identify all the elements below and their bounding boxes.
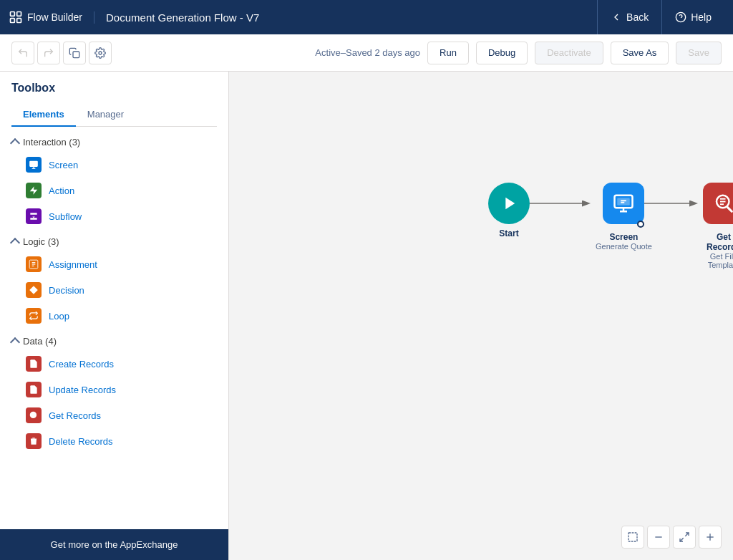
node-screen[interactable]: Screen Generate Quote [596, 183, 652, 251]
back-icon [611, 11, 622, 23]
undo-icon [17, 47, 29, 59]
deactivate-button[interactable]: Deactivate [535, 42, 603, 64]
save-as-button[interactable]: Save As [611, 42, 669, 64]
svg-marker-27 [505, 198, 515, 209]
sidebar-section-data-label: Data (4) [23, 336, 57, 347]
sidebar-item-decision[interactable]: Decision [0, 277, 228, 303]
sidebar-content: Interaction (3) Screen Action [0, 127, 228, 529]
update-records-icon [26, 382, 42, 397]
back-button[interactable]: Back [597, 0, 661, 34]
delete-records-icon [26, 433, 42, 449]
sidebar-item-decision-label: Decision [49, 285, 84, 296]
save-button[interactable]: Save [676, 42, 722, 64]
sidebar-footer[interactable]: Get more on the AppExchange [0, 529, 228, 560]
run-button[interactable]: Run [427, 42, 469, 64]
top-nav: Flow Builder Document Generation Flow - … [0, 0, 733, 34]
svg-rect-6 [73, 52, 79, 58]
settings-button[interactable] [89, 42, 112, 64]
svg-rect-2 [11, 19, 15, 23]
svg-point-19 [30, 412, 37, 418]
flow-builder-brand[interactable]: Flow Builder [9, 10, 82, 24]
sidebar-item-update-records[interactable]: Update Records [0, 377, 228, 402]
copy-button[interactable] [63, 42, 86, 64]
svg-rect-3 [17, 19, 21, 23]
svg-point-7 [99, 52, 102, 54]
svg-line-50 [680, 538, 684, 541]
sidebar-section-interaction: Interaction (3) Screen Action [0, 132, 228, 229]
create-records-icon [26, 356, 42, 372]
svg-line-20 [36, 417, 38, 420]
svg-rect-31 [618, 198, 631, 206]
sidebar-item-create-records[interactable]: Create Records [0, 351, 228, 377]
sidebar-item-screen-label: Screen [49, 160, 78, 170]
node-getrecords-label: Get Records [703, 232, 733, 252]
copy-icon [69, 47, 80, 59]
sidebar-item-screen[interactable]: Screen [0, 152, 228, 178]
screen-icon [26, 157, 42, 173]
tab-manager[interactable]: Manager [76, 103, 135, 127]
sidebar-tabs: Elements Manager [11, 103, 217, 127]
status-text: Active–Saved 2 days ago [315, 47, 420, 58]
sidebar-item-loop-label: Loop [49, 311, 69, 322]
toolbar: Active–Saved 2 days ago Run Debug Deacti… [0, 34, 733, 72]
getrecords-shape [703, 183, 733, 224]
sidebar-section-data-header[interactable]: Data (4) [0, 332, 228, 351]
sidebar-item-action[interactable]: Action [0, 178, 228, 203]
screen-shape [603, 183, 644, 224]
node-start-label: Start [499, 228, 518, 238]
sidebar-section-interaction-header[interactable]: Interaction (3) [0, 132, 228, 152]
sidebar-item-get-records[interactable]: Get Records [0, 402, 228, 428]
marquee-select-button[interactable] [621, 526, 644, 549]
sidebar-item-delete-records-label: Delete Records [49, 436, 113, 447]
help-icon [675, 11, 686, 23]
svg-marker-11 [30, 186, 38, 195]
debug-button[interactable]: Debug [476, 42, 528, 64]
sidebar: Toolbox Elements Manager Interaction (3)… [0, 72, 229, 560]
node-start[interactable]: Start [488, 183, 530, 238]
node-screen-sublabel: Generate Quote [596, 242, 652, 251]
sidebar-item-loop[interactable]: Loop [0, 303, 228, 329]
node-screen-label: Screen [609, 232, 638, 242]
zoom-in-button[interactable] [699, 526, 722, 549]
sidebar-section-logic-label: Logic (3) [23, 236, 59, 247]
connectors-svg [229, 72, 733, 560]
subflow-icon [26, 208, 42, 224]
redo-button[interactable] [37, 42, 60, 64]
sidebar-item-subflow-label: Subflow [49, 211, 82, 222]
sidebar-item-assignment[interactable]: Assignment [0, 251, 228, 277]
start-shape [488, 183, 530, 224]
canvas[interactable]: Yes Default Outcome Start Screen Genera [229, 72, 733, 560]
chevron-interaction-icon [10, 137, 20, 148]
svg-rect-0 [11, 12, 15, 16]
marquee-icon [627, 531, 639, 543]
undo-button[interactable] [11, 42, 34, 64]
tab-elements[interactable]: Elements [11, 103, 76, 127]
main-layout: Toolbox Elements Manager Interaction (3)… [0, 72, 733, 560]
sidebar-item-subflow[interactable]: Subflow [0, 203, 228, 229]
chevron-logic-icon [10, 237, 20, 247]
sidebar-item-delete-records[interactable]: Delete Records [0, 428, 228, 454]
canvas-inner: Yes Default Outcome Start Screen Genera [229, 72, 733, 560]
sidebar-header: Toolbox Elements Manager [0, 72, 228, 127]
get-records-icon [26, 407, 42, 423]
sidebar-title: Toolbox [11, 82, 217, 95]
svg-rect-8 [29, 161, 38, 167]
sidebar-item-assignment-label: Assignment [49, 259, 97, 270]
sidebar-section-data: Data (4) Create Records Update Records [0, 332, 228, 454]
gear-icon [94, 47, 106, 59]
decision-icon [26, 282, 42, 298]
sidebar-item-get-records-label: Get Records [49, 410, 101, 421]
help-button[interactable]: Help [661, 0, 724, 34]
zoom-out-button[interactable] [647, 526, 670, 549]
loop-icon [26, 308, 42, 324]
node-getrecords[interactable]: Get Records Get File Template [703, 183, 733, 269]
fit-icon [679, 531, 690, 543]
sidebar-item-action-label: Action [49, 185, 74, 196]
sidebar-item-create-records-label: Create Records [49, 359, 114, 370]
svg-rect-47 [628, 533, 637, 541]
sidebar-section-logic-header[interactable]: Logic (3) [0, 232, 228, 251]
zoom-in-icon [704, 531, 716, 543]
sidebar-section-interaction-label: Interaction (3) [23, 137, 80, 148]
action-icon [26, 183, 42, 198]
fit-screen-button[interactable] [673, 526, 696, 549]
